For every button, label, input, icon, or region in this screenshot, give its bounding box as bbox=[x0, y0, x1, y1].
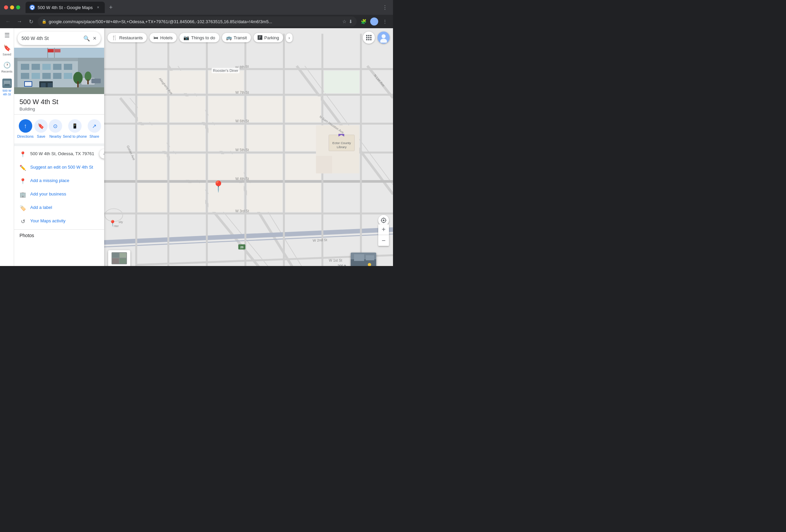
layers-button[interactable]: Layers bbox=[108, 250, 130, 266]
things-icon: 📷 bbox=[183, 35, 189, 40]
profile-icon[interactable] bbox=[369, 17, 379, 26]
transit-icon: 🚌 bbox=[226, 35, 232, 40]
search-box[interactable]: 🔍 ✕ bbox=[18, 31, 101, 45]
transit-filter[interactable]: 🚌 Transit bbox=[222, 33, 251, 42]
svg-rect-126 bbox=[366, 255, 374, 260]
svg-rect-25 bbox=[91, 78, 101, 83]
send-to-phone-label: Send to phone bbox=[63, 134, 87, 139]
place-photo[interactable] bbox=[14, 48, 104, 94]
clear-search-button[interactable]: ✕ bbox=[93, 36, 97, 41]
svg-rect-120 bbox=[120, 253, 126, 258]
saved-icon: 🔖 bbox=[3, 44, 11, 52]
university-marker[interactable]: 📍 bbox=[109, 219, 116, 227]
save-button[interactable]: 🔖 Save bbox=[34, 119, 48, 139]
download-icon[interactable]: ⬇ bbox=[349, 19, 353, 24]
add-missing-row[interactable]: 📍 Add a missing place bbox=[14, 174, 104, 188]
address-bar[interactable]: 🔒 google.com/maps/place/500+W+4th+St,+Od… bbox=[38, 17, 357, 26]
svg-rect-82 bbox=[285, 96, 321, 122]
svg-rect-69 bbox=[138, 154, 167, 180]
svg-rect-13 bbox=[64, 64, 72, 70]
extensions-icon[interactable]: 🧩 bbox=[359, 17, 368, 26]
svg-text:Ector County: Ector County bbox=[332, 141, 351, 145]
refresh-button[interactable]: ↻ bbox=[26, 17, 36, 26]
map-background: W 8th St W 7th St W 6th St W 5th St W 4t… bbox=[104, 28, 393, 266]
add-business-row[interactable]: 🏢 Add your business bbox=[14, 188, 104, 201]
svg-rect-111 bbox=[370, 37, 371, 38]
tab-title: 500 W 4th St - Google Maps bbox=[38, 5, 93, 10]
address-pin-icon: 📍 bbox=[20, 151, 26, 158]
svg-rect-11 bbox=[42, 64, 51, 70]
bookmark-icon[interactable]: ☆ bbox=[342, 19, 347, 24]
user-avatar-map-button[interactable] bbox=[377, 31, 390, 44]
nearby-circle: ⊙ bbox=[49, 119, 62, 133]
maps-activity-row[interactable]: ↺ Your Maps activity bbox=[14, 215, 104, 228]
svg-rect-10 bbox=[31, 64, 40, 70]
sidebar-recents-button[interactable]: 🕐 Recents bbox=[1, 62, 13, 73]
save-label: Save bbox=[37, 134, 45, 139]
close-traffic-light[interactable] bbox=[4, 5, 8, 9]
nearby-button[interactable]: ⊙ Nearby bbox=[49, 119, 62, 139]
share-label: Share bbox=[89, 134, 99, 139]
grid-view-button[interactable] bbox=[363, 31, 375, 44]
zoom-out-button[interactable]: − bbox=[378, 235, 389, 246]
search-bar-container: 🔍 ✕ bbox=[14, 28, 104, 45]
suggest-edit-row[interactable]: ✏️ Suggest an edit on 500 W 4th St bbox=[14, 161, 104, 174]
new-tab-button[interactable]: + bbox=[107, 3, 115, 11]
zoom-in-button[interactable]: + bbox=[378, 224, 389, 235]
svg-text:W 6th St: W 6th St bbox=[235, 119, 249, 123]
back-button[interactable]: ← bbox=[3, 17, 13, 26]
scale-label: 200 ft bbox=[338, 264, 346, 266]
maximize-traffic-light[interactable] bbox=[16, 5, 20, 9]
svg-rect-119 bbox=[112, 253, 119, 258]
extensions-button[interactable]: ⋮ bbox=[381, 3, 389, 11]
tab-close-button[interactable]: × bbox=[95, 5, 101, 10]
nav-icons: 🧩 ⋮ bbox=[359, 17, 390, 26]
svg-rect-17 bbox=[53, 73, 62, 79]
send-icon: 📱 bbox=[72, 123, 77, 129]
send-to-phone-button[interactable]: 📱 Send to phone bbox=[63, 119, 87, 139]
svg-rect-70 bbox=[170, 154, 205, 180]
address-row[interactable]: 📍 500 W 4th St, Odessa, TX 79761 bbox=[14, 147, 104, 161]
share-button[interactable]: ↗ Share bbox=[88, 119, 101, 139]
sidebar-saved-button[interactable]: 🔖 Saved bbox=[3, 44, 11, 56]
recents-label: Recents bbox=[1, 70, 13, 73]
layers-thumbnail bbox=[112, 252, 127, 264]
street-view-thumbnail[interactable] bbox=[351, 253, 376, 266]
edit-icon: ✏️ bbox=[20, 165, 26, 171]
svg-rect-31 bbox=[54, 49, 61, 52]
svg-rect-71 bbox=[209, 154, 244, 180]
location-pin[interactable]: 📍 bbox=[212, 180, 225, 193]
user-avatar[interactable] bbox=[370, 18, 378, 25]
minimize-traffic-light[interactable] bbox=[10, 5, 14, 9]
active-tab[interactable]: 500 W 4th St - Google Maps × bbox=[25, 2, 105, 13]
more-options-button[interactable]: ⋮ bbox=[380, 17, 390, 26]
svg-rect-84 bbox=[316, 156, 332, 174]
restaurants-filter[interactable]: 🍴 Restaurants bbox=[108, 33, 147, 42]
search-icon[interactable]: 🔍 bbox=[83, 35, 90, 42]
directions-button[interactable]: ↑ Directions bbox=[17, 119, 33, 139]
more-filters-button[interactable]: › bbox=[286, 33, 293, 42]
add-missing-text: Add a missing place bbox=[30, 178, 69, 184]
parking-filter[interactable]: 🅿 Parking bbox=[254, 33, 283, 42]
directions-circle: ↑ bbox=[19, 119, 32, 133]
photos-section: Photos bbox=[14, 230, 104, 241]
things-to-do-filter[interactable]: 📷 Things to do bbox=[179, 33, 219, 42]
svg-rect-86 bbox=[324, 71, 360, 93]
svg-rect-76 bbox=[285, 183, 321, 212]
map-area[interactable]: W 8th St W 7th St W 6th St W 5th St W 4t… bbox=[104, 28, 393, 266]
search-input[interactable] bbox=[22, 36, 80, 41]
suggest-edit-text: Suggest an edit on 500 W 4th St bbox=[30, 164, 93, 170]
add-label-row[interactable]: 🏷️ Add a label bbox=[14, 201, 104, 215]
roosters-diner-label[interactable]: Rooster's Diner bbox=[212, 68, 239, 73]
sidebar-recent-place[interactable]: 500 W 4th St bbox=[0, 78, 14, 96]
svg-rect-9 bbox=[21, 64, 29, 70]
svg-text:W 2nd St: W 2nd St bbox=[313, 238, 327, 242]
forward-button[interactable]: → bbox=[15, 17, 24, 26]
recents-icon: 🕐 bbox=[3, 62, 11, 69]
history-icon: ↺ bbox=[20, 218, 26, 225]
sidebar-menu-button[interactable]: ☰ bbox=[4, 31, 10, 39]
nearby-label: Nearby bbox=[49, 134, 61, 139]
hotels-filter[interactable]: 🛏 Hotels bbox=[149, 33, 177, 42]
svg-rect-65 bbox=[209, 96, 244, 122]
svg-rect-61 bbox=[170, 71, 205, 93]
